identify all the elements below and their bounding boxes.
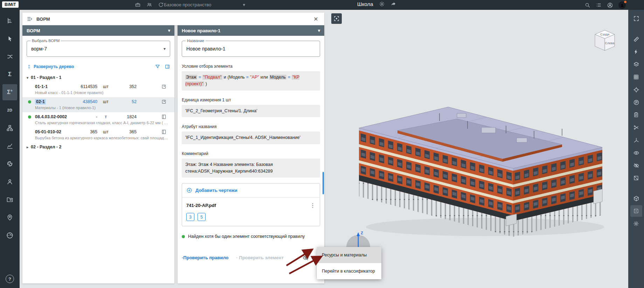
grid-icon[interactable] (630, 71, 642, 83)
tree-row-selected[interactable]: 02-1 438540 шт 52 Материалы - 1 (Новое п… (22, 97, 174, 112)
focus-icon (333, 15, 340, 22)
tree-group-2[interactable]: ▸ 02 - Раздел - 2 (22, 142, 174, 152)
collapse-caret-icon[interactable]: ▾ (168, 28, 170, 33)
sheet-chip[interactable]: 5 (198, 213, 206, 221)
material-icon[interactable] (161, 114, 167, 120)
add-drawings-button[interactable]: Добавить чертежи (182, 183, 320, 197)
eye-off-icon[interactable] (630, 160, 642, 171)
comment-label: Комментарий (182, 151, 320, 156)
eye-icon[interactable] (630, 147, 642, 159)
layers-icon[interactable] (630, 59, 642, 70)
gear-icon[interactable] (379, 1, 385, 7)
sheet-chip[interactable]: 3 (186, 213, 194, 221)
rule-section-title: Новое правило-1 (182, 28, 221, 33)
close-icon[interactable]: ✕ (312, 15, 320, 23)
tree-row[interactable]: 08.4.03.02-0002 - т 1824 Сталь арматурна… (22, 112, 174, 127)
rule-section-header: Новое правило-1 ▾ (178, 25, 324, 36)
unit-value: 'IFC_2_Геометрия_Стены/1. Длина' (182, 105, 320, 117)
filter-icon[interactable] (155, 64, 160, 69)
clipboard-icon[interactable] (630, 109, 642, 121)
vorm-section-header: ВОРМ ▾ (22, 25, 174, 36)
top-bar: BiMiT Базовое пространство ▾ Школа (0, 0, 644, 10)
search-icon[interactable] (584, 2, 590, 8)
chart-icon[interactable] (2, 138, 17, 154)
collapse-caret-icon[interactable]: ▾ (318, 28, 320, 33)
focus-model-button[interactable] (331, 13, 342, 24)
panel-menu-icon[interactable] (27, 16, 33, 22)
expand-tree-link[interactable]: Развернуть дерево (27, 64, 74, 69)
vorm-tree: ▾ 01 - Раздел - 1 01-1-1 6114535 шт 352 … (22, 73, 174, 152)
topbar-tools (135, 2, 164, 8)
vorm-panel: ВОРМ ▾ Выбрать ВОРМ ворм-7 ▾ Развернуть … (22, 25, 174, 283)
plus-circle-icon (186, 187, 192, 193)
select-tool-icon[interactable] (2, 31, 17, 47)
class-icon[interactable] (161, 84, 167, 89)
user-avatar[interactable] (618, 1, 626, 9)
scrollbar-thumb[interactable] (323, 172, 324, 194)
rule-name-input[interactable] (186, 46, 316, 52)
settings-icon[interactable] (630, 218, 642, 229)
navigation-cube[interactable]: Сзади Слева (590, 26, 619, 55)
rule-name-label: Название (186, 39, 206, 43)
attribute-value: 'IFC_1_Идентификация_Стены/4. ADSK_Наиме… (182, 132, 320, 144)
rule-footer: ·Проверить правило · Проверить элемент ⋮ (182, 254, 321, 261)
panel-layout-icon[interactable] (165, 64, 170, 69)
folder-export-icon[interactable] (2, 192, 17, 208)
tree-row[interactable]: 01-1-1 6114535 шт 352 Новый класс - 01-1… (22, 82, 174, 97)
status-text: Найден хотя бы один элемент соответствую… (188, 234, 305, 239)
isolate-icon[interactable] (630, 193, 642, 204)
vorm-window: ВОРМ ✕ ВОРМ ▾ Выбрать ВОРМ ворм-7 ▾ Разв… (22, 13, 324, 283)
left-sidebar: Σ Σ+ 2D ? (0, 10, 20, 288)
properties-icon[interactable] (630, 96, 642, 108)
hide-box-icon[interactable] (630, 172, 642, 184)
condition-expression: Этаж="Подвал"и(Модель="АР"илиМодель="КР … (182, 71, 320, 91)
menu-item-classifier[interactable]: Перейти в классификатор (317, 263, 381, 279)
collaboration-icon[interactable] (146, 2, 152, 8)
menu-item-resources[interactable]: Ресурсы и материалы (317, 247, 381, 263)
locate-icon[interactable] (630, 84, 642, 95)
rule-name-field: Название (182, 41, 320, 57)
puzzle-icon[interactable] (2, 156, 17, 172)
axes-icon[interactable] (630, 134, 642, 146)
structure-tree-icon[interactable] (2, 13, 17, 29)
sigma-icon[interactable]: Σ (2, 66, 17, 82)
check-rule-button[interactable]: ·Проверить правило (182, 255, 229, 260)
space-selector[interactable]: Базовое пространство ▾ (164, 2, 245, 7)
help-icon[interactable]: ? (6, 275, 14, 283)
user-pin-icon[interactable] (2, 209, 17, 226)
shuffle-icon[interactable] (2, 48, 17, 65)
building-model (352, 86, 618, 240)
material-icon[interactable] (161, 129, 167, 135)
tree-group-1[interactable]: ▾ 01 - Раздел - 1 (22, 73, 174, 82)
clash-icon[interactable] (630, 46, 642, 58)
tree-closed-caret-icon: ▸ (27, 145, 28, 149)
cube-face-side-label: Слева (605, 41, 614, 45)
class-icon[interactable] (161, 99, 167, 105)
eye-off-icon[interactable] (302, 254, 309, 261)
condition-label: Условие отбора элемента (182, 64, 320, 69)
share-icon[interactable] (390, 1, 396, 7)
comment-value: Этаж: Этаж 4 Название элемента: Базовая … (182, 159, 320, 178)
drawings-card: Добавить чертежи 741-20-АР.pdf ⋮ 3 5 (182, 183, 320, 226)
tree-row[interactable]: 05-01-010-02 365 шт 365 Вырубка бетона и… (22, 127, 174, 142)
account-icon[interactable] (607, 2, 613, 8)
user-icon[interactable] (2, 174, 17, 190)
project-title: Школа (357, 1, 373, 7)
app-logo: BiMiT (2, 1, 19, 8)
right-toolbar (628, 10, 644, 288)
check-element-button[interactable]: · Проверить элемент (236, 255, 284, 260)
expand-icon[interactable] (630, 13, 642, 24)
2d-icon[interactable]: 2D (2, 102, 17, 118)
toolbox-icon[interactable] (135, 2, 141, 8)
hierarchy-icon[interactable] (2, 120, 17, 136)
kebab-menu-icon[interactable]: ⋮ (310, 202, 316, 209)
sigma-plus-icon[interactable]: Σ+ (2, 84, 17, 100)
measure-icon[interactable] (630, 33, 642, 45)
section-icon[interactable] (630, 122, 642, 133)
gauge-icon[interactable] (2, 227, 17, 243)
vorm-select[interactable]: Выбрать ВОРМ ворм-7 ▾ (27, 41, 170, 57)
select-box-icon[interactable] (630, 205, 642, 217)
sync-icon[interactable] (158, 2, 164, 8)
z-axis-label: Z (361, 231, 363, 235)
view-list-icon[interactable] (596, 2, 602, 8)
